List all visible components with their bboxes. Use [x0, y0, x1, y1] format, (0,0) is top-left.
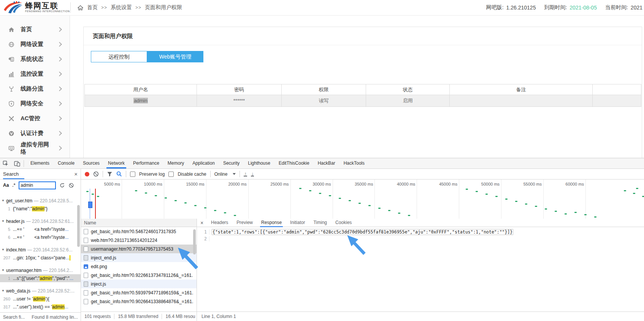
record-icon[interactable] [85, 172, 89, 176]
breadcrumb-home[interactable]: 首页 [87, 4, 98, 11]
waterfall-dot [234, 215, 236, 216]
ruler-gridline [164, 180, 164, 219]
disclosure-triangle-icon[interactable]: ▼ [2, 199, 5, 202]
disable-cache-label[interactable]: Disable cache [178, 172, 206, 177]
sidebar-item-vpn[interactable]: 虚拟专用网络 [0, 141, 70, 156]
sidebar-item-traffic-control[interactable]: 流控设置 [0, 67, 70, 81]
search-toolbar: Aa .* [0, 180, 81, 191]
filter-icon[interactable] [107, 171, 113, 177]
search-match-count: Found 8 matching lin... [32, 315, 78, 320]
column-extra [593, 84, 641, 95]
network-status-bar: 101 requests 15.8 MB transferred 16.4 MB… [81, 311, 197, 321]
request-list-header[interactable]: Name [81, 219, 197, 227]
search-match-line[interactable]: 260...user != 'admin'){ [0, 295, 81, 303]
waterfall-dot [349, 200, 351, 201]
search-result-file[interactable]: ▼ get_user.htm — 220.164.228.5... [0, 197, 81, 205]
response-tabs: × Headers Preview Response Initiator Tim… [197, 219, 644, 227]
devtools-tab-sources[interactable]: Sources [79, 158, 104, 168]
top-header: 蜂网互联 FENGWANG INTERCONNECTION 首页 >> 系统设置… [0, 0, 644, 16]
sidebar-item-line-split[interactable]: 线路分流 [0, 81, 70, 96]
devtools-tab-console[interactable]: Console [54, 158, 79, 168]
devtools-tab-lighthouse[interactable]: Lighthouse [244, 158, 274, 168]
clear-network-icon[interactable] [93, 171, 99, 177]
throttling-select[interactable]: Online [214, 172, 236, 177]
preserve-log-checkbox[interactable] [130, 172, 135, 177]
response-content[interactable]: 1 {"state":1,"rows":[{"user":"admin","pw… [197, 227, 644, 312]
search-match-line[interactable]: 1{"name":"admin"} [0, 205, 81, 213]
close-icon[interactable]: × [197, 220, 207, 226]
current-time-label: 当前时间: [605, 4, 628, 11]
regex-button[interactable]: .* [12, 183, 15, 188]
export-har-icon[interactable]: ↓ [251, 172, 254, 176]
request-list-scrollbar[interactable] [193, 229, 196, 254]
response-tab-initiator[interactable]: Initiator [286, 219, 309, 227]
search-result-file[interactable]: ▼ usermanager.htm — 220.164.2... [0, 266, 81, 274]
logo-mark-icon [3, 1, 23, 14]
request-row[interactable]: web.htm?0.28117136514201224 [81, 236, 197, 245]
clear-search-icon[interactable] [68, 183, 74, 188]
sidebar-item-network-settings[interactable]: 网络设置 [0, 37, 70, 52]
refresh-icon[interactable] [59, 183, 65, 188]
request-row[interactable]: get_basic_info.htm?0.5467246017317835 [81, 227, 197, 236]
response-tab-headers[interactable]: Headers [207, 219, 232, 227]
disclosure-triangle-icon[interactable]: ▼ [2, 248, 5, 251]
search-network-icon[interactable] [116, 171, 122, 177]
search-match-line-selected[interactable]: 1...s":[{"user":"admin","pwd":"... [0, 274, 81, 282]
devtools-tab-network[interactable]: Network [104, 158, 129, 168]
disclosure-triangle-icon[interactable]: ▼ [2, 269, 5, 272]
devtools-tab-application[interactable]: Application [188, 158, 219, 168]
disable-cache-checkbox[interactable] [168, 172, 174, 177]
search-match-line[interactable]: 207...gin: 10px; " class="pane... [0, 254, 81, 262]
import-har-icon[interactable]: ↑ [244, 172, 247, 176]
search-match-line[interactable]: 6...+= ' <a href="/syste... [0, 233, 81, 241]
sidebar-item-system-status[interactable]: 系统状态 [0, 52, 70, 67]
request-row[interactable]: inject.js [81, 280, 197, 288]
search-result-file[interactable]: ▼ web_data.js — 220.164.228.52:... [0, 287, 81, 295]
sidebar-item-auth-billing[interactable]: 认证计费 [0, 126, 70, 141]
tab-remote-control[interactable]: 远程控制 [91, 51, 147, 62]
search-match-line[interactable]: 317...".user").text() == 'admin... [0, 303, 81, 311]
devtools-tab-hacktools[interactable]: HackTools [339, 158, 369, 168]
close-icon[interactable]: × [74, 171, 78, 177]
request-row[interactable]: edit.png [81, 262, 197, 271]
search-match-line[interactable]: 5...+= ' <a href="/syste... [0, 225, 81, 233]
devtools-tab-security[interactable]: Security [219, 158, 244, 168]
script-icon [84, 281, 88, 287]
request-row[interactable]: inject_end.js [81, 253, 197, 262]
response-tab-preview[interactable]: Preview [232, 219, 257, 227]
sidebar-item-home[interactable]: 首页 [0, 22, 70, 37]
search-result-file[interactable]: ▼ index.htm — 220.164.228.52:6... [0, 246, 81, 254]
devtools-tab-memory[interactable]: Memory [163, 158, 188, 168]
inspect-element-icon[interactable] [0, 158, 11, 168]
request-row[interactable]: get_basic_info.htm?0.5939794771896159&_=… [81, 288, 197, 297]
search-input[interactable] [19, 181, 56, 189]
table-row[interactable]: admin ****** 读写 启用 [85, 95, 641, 107]
devtools-tab-hackbar[interactable]: HackBar [314, 158, 339, 168]
search-result-file[interactable]: ▼ header.js — 220.164.228.52:61... [0, 217, 81, 225]
tab-web-account-management[interactable]: Web账号管理 [147, 51, 203, 62]
cell-note [450, 95, 593, 107]
ruler-gridline [248, 180, 249, 219]
response-tab-response[interactable]: Response [257, 219, 286, 227]
device-toolbar-icon[interactable] [11, 158, 23, 168]
request-row[interactable]: get_basic_info.htm?0.9026641338864876&_=… [81, 297, 197, 306]
network-overview[interactable]: 5000 ms10000 ms15000 ms20000 ms25000 ms3… [81, 180, 644, 219]
response-tab-cookies[interactable]: Cookies [331, 219, 356, 227]
breadcrumb-system-settings[interactable]: 系统设置 [111, 4, 132, 11]
sidebar-item-ac-control[interactable]: AC管控 [0, 111, 70, 126]
disclosure-triangle-icon[interactable]: ▼ [2, 219, 5, 223]
response-tab-timing[interactable]: Timing [309, 219, 331, 227]
devtools-tab-performance[interactable]: Performance [129, 158, 163, 168]
devtools-tab-editthiscookie[interactable]: EditThisCookie [274, 158, 314, 168]
request-row[interactable]: get_basic_info.htm?0.9226613734781126&_=… [81, 271, 197, 280]
sidebar-item-network-security[interactable]: 网络安全 [0, 96, 70, 111]
match-case-button[interactable]: Aa [3, 183, 9, 188]
chevron-right-icon [57, 131, 62, 136]
preserve-log-label[interactable]: Preserve log [139, 172, 165, 177]
search-scrollbar[interactable] [77, 205, 80, 247]
load-event-line [95, 189, 96, 219]
devtools-tab-elements[interactable]: Elements [26, 158, 54, 168]
disclosure-triangle-icon[interactable]: ▼ [2, 289, 5, 292]
network-lower: Name get_basic_info.htm?0.54672460173178… [81, 219, 644, 321]
request-row-selected[interactable]: usermanager.htm?0.7703479571375453 [81, 245, 197, 253]
